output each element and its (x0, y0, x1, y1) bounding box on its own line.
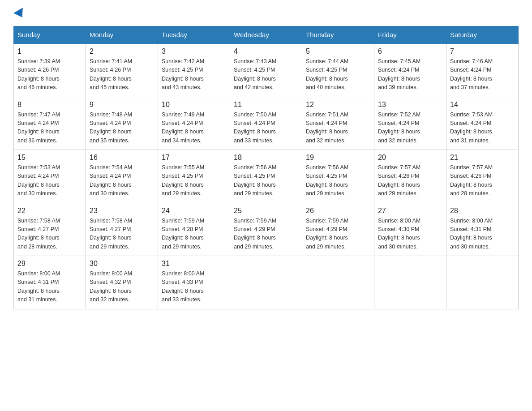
day-number: 23 (90, 207, 154, 215)
day-number: 30 (90, 260, 154, 268)
logo-triangle-icon (13, 8, 27, 20)
day-number: 3 (162, 47, 226, 56)
day-info: Sunrise: 7:52 AMSunset: 4:24 PMDaylight:… (378, 111, 420, 144)
table-row: 9 Sunrise: 7:48 AMSunset: 4:24 PMDayligh… (86, 97, 158, 150)
day-info: Sunrise: 7:56 AMSunset: 4:25 PMDaylight:… (234, 164, 276, 197)
col-friday: Friday (374, 26, 446, 44)
table-row (374, 256, 446, 309)
day-info: Sunrise: 7:39 AMSunset: 4:26 PMDaylight:… (17, 58, 60, 90)
table-row: 20 Sunrise: 7:57 AMSunset: 4:26 PMDaylig… (374, 150, 446, 203)
day-info: Sunrise: 7:45 AMSunset: 4:24 PMDaylight:… (378, 58, 420, 90)
table-row: 14 Sunrise: 7:53 AMSunset: 4:24 PMDaylig… (446, 97, 519, 150)
table-row: 22 Sunrise: 7:58 AMSunset: 4:27 PMDaylig… (14, 203, 86, 256)
day-info: Sunrise: 7:54 AMSunset: 4:24 PMDaylight:… (90, 164, 132, 197)
day-info: Sunrise: 8:00 AMSunset: 4:31 PMDaylight:… (17, 270, 60, 303)
table-row (302, 256, 374, 309)
table-row (230, 256, 302, 309)
table-row: 31 Sunrise: 8:00 AMSunset: 4:33 PMDaylig… (158, 256, 230, 309)
day-info: Sunrise: 7:56 AMSunset: 4:25 PMDaylight:… (306, 164, 348, 197)
day-number: 6 (378, 47, 442, 56)
day-number: 29 (17, 260, 82, 268)
day-number: 18 (234, 154, 298, 162)
day-number: 27 (378, 207, 442, 215)
table-row: 29 Sunrise: 8:00 AMSunset: 4:31 PMDaylig… (14, 256, 86, 309)
day-info: Sunrise: 7:42 AMSunset: 4:25 PMDaylight:… (162, 58, 204, 90)
calendar-week-row: 1 Sunrise: 7:39 AMSunset: 4:26 PMDayligh… (14, 43, 519, 97)
day-number: 16 (90, 154, 154, 162)
day-info: Sunrise: 8:00 AMSunset: 4:30 PMDaylight:… (378, 218, 420, 250)
col-sunday: Sunday (14, 26, 86, 44)
day-number: 1 (17, 47, 82, 56)
table-row: 5 Sunrise: 7:44 AMSunset: 4:25 PMDayligh… (302, 43, 374, 97)
table-row (446, 256, 519, 309)
day-number: 12 (306, 101, 370, 109)
table-row: 21 Sunrise: 7:57 AMSunset: 4:26 PMDaylig… (446, 150, 519, 203)
day-number: 9 (90, 101, 154, 109)
calendar-week-row: 22 Sunrise: 7:58 AMSunset: 4:27 PMDaylig… (14, 203, 519, 256)
table-row: 24 Sunrise: 7:59 AMSunset: 4:28 PMDaylig… (158, 203, 230, 256)
day-number: 15 (17, 154, 82, 162)
table-row: 16 Sunrise: 7:54 AMSunset: 4:24 PMDaylig… (86, 150, 158, 203)
day-number: 11 (234, 101, 298, 109)
day-number: 2 (90, 47, 154, 56)
table-row: 12 Sunrise: 7:51 AMSunset: 4:24 PMDaylig… (302, 97, 374, 150)
calendar-week-row: 8 Sunrise: 7:47 AMSunset: 4:24 PMDayligh… (14, 97, 519, 150)
day-info: Sunrise: 7:59 AMSunset: 4:28 PMDaylight:… (162, 218, 204, 250)
table-row: 17 Sunrise: 7:55 AMSunset: 4:25 PMDaylig… (158, 150, 230, 203)
day-number: 24 (162, 207, 226, 215)
day-info: Sunrise: 7:50 AMSunset: 4:24 PMDaylight:… (234, 111, 276, 144)
calendar-table: Sunday Monday Tuesday Wednesday Thursday… (13, 26, 519, 309)
table-row: 23 Sunrise: 7:58 AMSunset: 4:27 PMDaylig… (86, 203, 158, 256)
col-monday: Monday (86, 26, 158, 44)
day-info: Sunrise: 7:55 AMSunset: 4:25 PMDaylight:… (162, 164, 204, 197)
day-info: Sunrise: 7:58 AMSunset: 4:27 PMDaylight:… (17, 218, 60, 250)
day-info: Sunrise: 7:49 AMSunset: 4:24 PMDaylight:… (162, 111, 204, 144)
day-number: 7 (450, 47, 515, 56)
day-number: 21 (450, 154, 515, 162)
day-info: Sunrise: 7:53 AMSunset: 4:24 PMDaylight:… (17, 164, 60, 197)
day-info: Sunrise: 7:57 AMSunset: 4:26 PMDaylight:… (378, 164, 420, 197)
day-info: Sunrise: 7:46 AMSunset: 4:24 PMDaylight:… (450, 58, 493, 90)
page-header (13, 9, 519, 17)
day-info: Sunrise: 7:48 AMSunset: 4:24 PMDaylight:… (90, 111, 132, 144)
table-row: 6 Sunrise: 7:45 AMSunset: 4:24 PMDayligh… (374, 43, 446, 97)
logo-blue (13, 9, 26, 17)
day-number: 28 (450, 207, 515, 215)
day-number: 5 (306, 47, 370, 56)
col-thursday: Thursday (302, 26, 374, 44)
table-row: 25 Sunrise: 7:59 AMSunset: 4:29 PMDaylig… (230, 203, 302, 256)
table-row: 10 Sunrise: 7:49 AMSunset: 4:24 PMDaylig… (158, 97, 230, 150)
table-row: 8 Sunrise: 7:47 AMSunset: 4:24 PMDayligh… (14, 97, 86, 150)
logo (13, 9, 26, 17)
day-info: Sunrise: 7:58 AMSunset: 4:27 PMDaylight:… (90, 218, 132, 250)
day-info: Sunrise: 7:59 AMSunset: 4:29 PMDaylight:… (234, 218, 276, 250)
day-number: 4 (234, 47, 298, 56)
day-info: Sunrise: 7:44 AMSunset: 4:25 PMDaylight:… (306, 58, 348, 90)
table-row: 11 Sunrise: 7:50 AMSunset: 4:24 PMDaylig… (230, 97, 302, 150)
day-info: Sunrise: 8:00 AMSunset: 4:31 PMDaylight:… (450, 218, 493, 250)
day-number: 26 (306, 207, 370, 215)
day-info: Sunrise: 7:59 AMSunset: 4:29 PMDaylight:… (306, 218, 348, 250)
day-info: Sunrise: 7:43 AMSunset: 4:25 PMDaylight:… (234, 58, 276, 90)
day-number: 31 (162, 260, 226, 268)
day-number: 8 (17, 101, 82, 109)
table-row: 4 Sunrise: 7:43 AMSunset: 4:25 PMDayligh… (230, 43, 302, 97)
table-row: 18 Sunrise: 7:56 AMSunset: 4:25 PMDaylig… (230, 150, 302, 203)
col-wednesday: Wednesday (230, 26, 302, 44)
day-info: Sunrise: 7:57 AMSunset: 4:26 PMDaylight:… (450, 164, 493, 197)
day-number: 19 (306, 154, 370, 162)
table-row: 2 Sunrise: 7:41 AMSunset: 4:26 PMDayligh… (86, 43, 158, 97)
table-row: 19 Sunrise: 7:56 AMSunset: 4:25 PMDaylig… (302, 150, 374, 203)
table-row: 3 Sunrise: 7:42 AMSunset: 4:25 PMDayligh… (158, 43, 230, 97)
day-info: Sunrise: 8:00 AMSunset: 4:33 PMDaylight:… (162, 270, 204, 303)
table-row: 28 Sunrise: 8:00 AMSunset: 4:31 PMDaylig… (446, 203, 519, 256)
calendar-week-row: 15 Sunrise: 7:53 AMSunset: 4:24 PMDaylig… (14, 150, 519, 203)
day-number: 14 (450, 101, 515, 109)
header-row: Sunday Monday Tuesday Wednesday Thursday… (14, 26, 519, 44)
day-number: 25 (234, 207, 298, 215)
day-info: Sunrise: 8:00 AMSunset: 4:32 PMDaylight:… (90, 270, 132, 303)
day-info: Sunrise: 7:47 AMSunset: 4:24 PMDaylight:… (17, 111, 60, 144)
day-info: Sunrise: 7:53 AMSunset: 4:24 PMDaylight:… (450, 111, 493, 144)
table-row: 7 Sunrise: 7:46 AMSunset: 4:24 PMDayligh… (446, 43, 519, 97)
table-row: 27 Sunrise: 8:00 AMSunset: 4:30 PMDaylig… (374, 203, 446, 256)
